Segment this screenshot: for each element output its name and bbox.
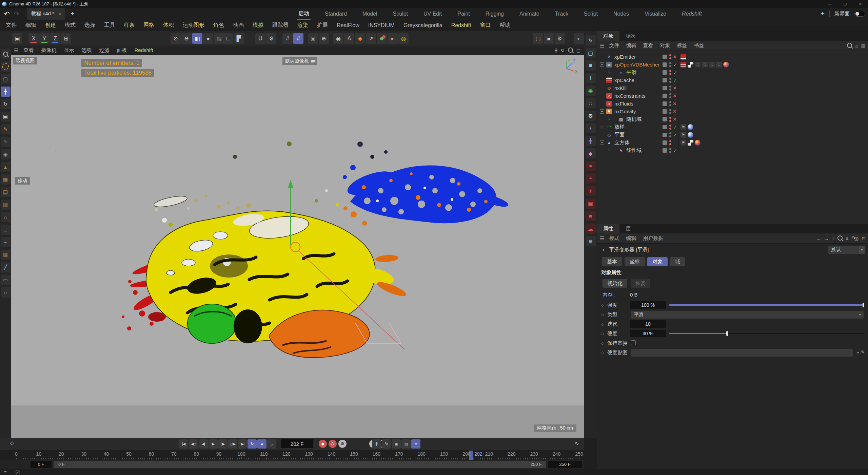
layer-chip[interactable] <box>663 55 667 59</box>
visibility-dots[interactable] <box>669 140 671 145</box>
menu-窗口[interactable]: 窗口 <box>475 22 495 29</box>
layer-chip[interactable] <box>663 117 667 121</box>
om-menu-编辑[interactable]: 编辑 <box>623 42 639 49</box>
globe-icon[interactable]: ⊕ <box>586 236 596 246</box>
record-parameter-button[interactable]: ▤ <box>401 439 411 449</box>
null-axis-icon[interactable]: ╋ <box>586 136 596 146</box>
enabled-check-icon[interactable]: ✓ <box>673 69 677 76</box>
workspace-tab-Animate[interactable]: Animate <box>519 8 539 20</box>
snap-button[interactable]: U <box>255 33 265 44</box>
snap-settings-button[interactable]: ⚙ <box>266 33 276 44</box>
attr-button-初始化[interactable]: 初始化 <box>603 279 627 288</box>
attr-tab-基本[interactable]: 基本 <box>602 257 622 266</box>
object-row-xpEmitter[interactable]: ✳xpEmitter× <box>597 53 868 61</box>
layer-chip[interactable] <box>663 101 667 106</box>
attr-tab-对象[interactable]: 对象 <box>647 257 668 266</box>
tag-scatter-icon[interactable]: ∴ <box>702 62 708 68</box>
undo-button[interactable]: ↶ <box>4 10 10 18</box>
loop-button[interactable]: ↻ <box>248 439 257 449</box>
enabled-check-icon[interactable]: ✓ <box>673 123 677 131</box>
attr-forward-icon[interactable]: → <box>824 236 829 241</box>
document-tab[interactable]: 教程.c4d * × <box>27 8 65 20</box>
expander-icon[interactable]: + <box>600 125 604 129</box>
loop-cut-tool[interactable]: ○ <box>1 287 11 298</box>
object-row-xpCache[interactable]: xpCache✓ <box>597 76 868 84</box>
volume-icon[interactable]: ● <box>586 161 596 171</box>
viewport-canvas[interactable]: 透视视图 默认摄像机 Number of emitters: 1 Total l… <box>11 55 584 405</box>
object-row-平面[interactable]: ◇平面✓⚑ <box>597 131 868 139</box>
layer-chip[interactable] <box>663 62 667 67</box>
view-label[interactable]: 透视视图 <box>13 57 37 64</box>
attribute-menu-icon[interactable]: ☰ <box>600 235 604 242</box>
disabled-cross-icon[interactable]: × <box>673 53 676 61</box>
menu-运动图形[interactable]: 运动图形 <box>178 22 209 29</box>
tab-takes[interactable]: 场次 <box>619 31 642 41</box>
workspace-tab-Redshift[interactable]: Redshift <box>682 8 702 20</box>
menu-样条[interactable]: 样条 <box>119 22 139 29</box>
tab-attributes[interactable]: 属性 <box>597 224 619 233</box>
tab-objects[interactable]: 对象 <box>597 31 619 41</box>
record-scale-button[interactable]: ▣ <box>392 439 401 449</box>
x-axis-lock-button[interactable]: X <box>28 33 39 44</box>
menu-扩展[interactable]: 扩展 <box>313 22 332 29</box>
param-dropdown[interactable]: 平滑▾ <box>631 311 864 319</box>
goto-start-button[interactable]: |◀ <box>179 439 188 449</box>
object-row-立方体[interactable]: −▲立方体⚑ <box>597 139 868 147</box>
layer-chip[interactable] <box>663 94 667 98</box>
menu-帮助[interactable]: 帮助 <box>495 22 515 29</box>
tweak-tool[interactable]: ◉ <box>1 149 11 159</box>
attr-up-icon[interactable]: ↑ <box>832 236 834 241</box>
sketch-tool[interactable]: ✎ <box>1 137 11 147</box>
render-view-button[interactable]: ▢ <box>533 33 543 44</box>
menu-工具[interactable]: 工具 <box>100 22 119 29</box>
layer-chip[interactable] <box>663 70 667 75</box>
subdivision-surface-icon[interactable]: ◉ <box>586 86 596 96</box>
play-button[interactable]: ▶ <box>209 439 218 449</box>
workspace-tab-Nodes[interactable]: Nodes <box>613 8 629 20</box>
record-rotation-button[interactable]: ↻ <box>382 439 391 449</box>
attr-popout-icon[interactable]: ⊡ <box>862 236 866 241</box>
viewport-menu-Redshift[interactable]: Redshift <box>131 47 157 54</box>
layer-chip[interactable] <box>663 148 667 153</box>
visibility-dots[interactable] <box>669 117 671 122</box>
tag-sphere-blue-icon[interactable] <box>688 132 693 138</box>
keyframe-selection-button[interactable]: ⚙ <box>338 440 347 448</box>
points-mode-button[interactable]: ⊙ <box>171 33 181 44</box>
om-layout-icon[interactable]: ▤ <box>861 43 866 49</box>
workspace-tab-Paint[interactable]: Paint <box>457 8 470 20</box>
texture-pen-icon[interactable]: ✎ <box>861 349 865 355</box>
edges-mode-button[interactable]: ⊖ <box>181 33 192 44</box>
spline-primitive-icon[interactable]: ▢ <box>586 48 596 58</box>
enabled-check-icon[interactable]: ✓ <box>673 76 677 84</box>
current-state-button[interactable]: ⊕ <box>319 33 329 44</box>
text-object-icon[interactable]: T <box>586 73 596 83</box>
polygon-pen-tool[interactable]: ▲ <box>1 162 11 172</box>
cube-extrude-tool[interactable]: ▤ <box>1 187 11 197</box>
expander-icon[interactable]: − <box>600 140 604 145</box>
range-slider[interactable]: 0 F 250 F <box>54 461 546 468</box>
layer-chip[interactable] <box>663 86 667 90</box>
disabled-cross-icon[interactable]: × <box>673 92 676 100</box>
y-axis-lock-button[interactable]: Y <box>39 33 50 44</box>
pan-view-icon[interactable]: ╋ <box>555 48 557 53</box>
menu-RealFlow[interactable]: RealFlow <box>332 22 364 28</box>
cube-wire-tool[interactable]: ▥ <box>1 200 11 210</box>
expander-icon[interactable]: − <box>600 62 604 67</box>
timeline-ruler[interactable]: 202 010203040506070809010011012013014015… <box>0 450 584 460</box>
coordinate-system-button[interactable]: ⊞ <box>61 33 71 44</box>
attr-tab-域[interactable]: 域 <box>670 257 685 266</box>
object-row-nxGravity[interactable]: −▼nxGravity× <box>597 108 868 115</box>
tag-scatter-icon[interactable]: ∴ <box>709 62 715 68</box>
om-menu-书签[interactable]: 书签 <box>690 42 707 49</box>
render-target-button[interactable]: ◎ <box>398 33 409 44</box>
next-frame-button[interactable]: |▶ <box>218 439 228 449</box>
om-menu-标签[interactable]: 标签 <box>673 42 690 49</box>
array-generator-icon[interactable]: ∷ <box>586 98 596 108</box>
toggle-view-icon[interactable]: ▢ <box>576 48 580 53</box>
add-document-button[interactable]: + <box>71 10 75 18</box>
object-row-nxKill[interactable]: ⊘nxKill× <box>597 84 868 92</box>
maximize-button[interactable]: □ <box>837 0 853 8</box>
render-picture-viewer-button[interactable]: ▣ <box>544 33 554 44</box>
workspace-tab-Sculpt[interactable]: Sculpt <box>393 8 408 20</box>
visibility-dots[interactable] <box>669 132 671 137</box>
